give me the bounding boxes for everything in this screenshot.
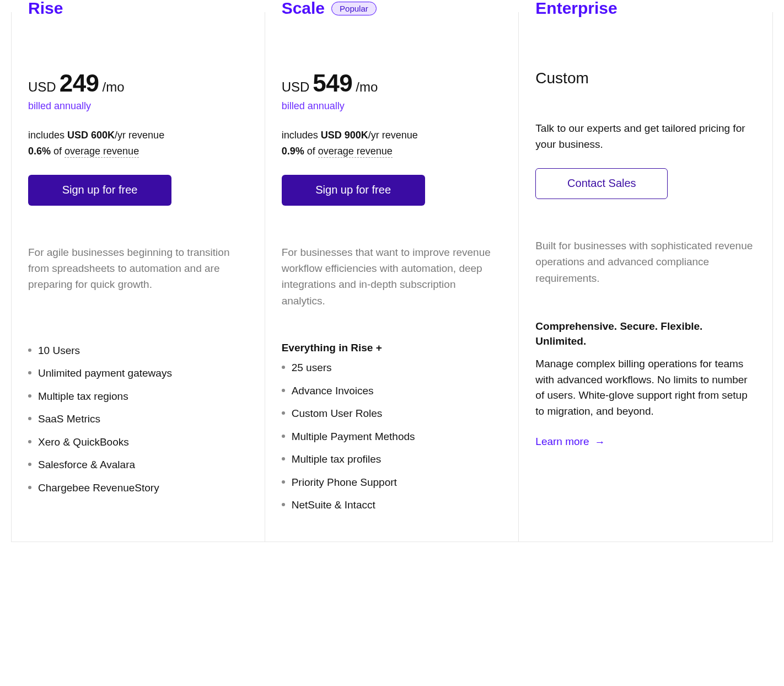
signup-button[interactable]: Sign up for free: [28, 175, 171, 206]
contact-sales-button[interactable]: Contact Sales: [535, 168, 668, 199]
overage-of: of: [51, 146, 65, 157]
feature-text: Custom User Roles: [292, 405, 383, 421]
feature-item: Custom User Roles: [282, 405, 502, 421]
billing-note: billed annually: [282, 100, 502, 112]
plan-name: Enterprise: [535, 0, 617, 17]
price-amount: 249: [60, 69, 99, 97]
plan-card-scale: Scale Popular USD 549 /mo billed annuall…: [265, 12, 519, 542]
includes-amount: USD 900K: [321, 130, 368, 141]
feature-item: SaaS Metrics: [28, 411, 248, 427]
enterprise-body: Manage complex billing operations for te…: [535, 356, 756, 419]
feature-item: Multiple Payment Methods: [282, 428, 502, 444]
price-line: USD 549 /mo: [282, 69, 502, 97]
includes-suffix: /yr revenue: [115, 130, 164, 141]
popular-badge: Popular: [331, 2, 377, 15]
includes-amount: USD 600K: [67, 130, 115, 141]
overage-percent: 0.6%: [28, 146, 51, 157]
bullet-icon: [28, 463, 31, 466]
bullet-icon: [282, 503, 285, 506]
enterprise-headline: Comprehensive. Secure. Flexible. Unlimit…: [535, 319, 756, 349]
bullet-icon: [28, 486, 31, 489]
price-block: Custom: [535, 69, 756, 87]
bullet-icon: [28, 440, 31, 443]
bullet-icon: [28, 394, 31, 398]
feature-text: Multiple tax regions: [38, 388, 128, 404]
bullet-icon: [282, 389, 285, 392]
includes-prefix: includes: [28, 130, 67, 141]
plan-name: Rise: [28, 0, 63, 17]
overage-label[interactable]: overage revenue: [65, 146, 139, 158]
feature-item: Chargebee RevenueStory: [28, 480, 248, 496]
feature-text: Multiple Payment Methods: [292, 428, 415, 444]
overage-percent: 0.9%: [282, 146, 304, 157]
plan-header: Rise: [28, 0, 68, 17]
feature-item: Advance Invoices: [282, 383, 502, 399]
plan-description: For businesses that want to improve reve…: [282, 244, 502, 309]
enterprise-block: Comprehensive. Secure. Flexible. Unlimit…: [535, 319, 756, 448]
feature-item: Salesforce & Avalara: [28, 457, 248, 473]
learn-more-link[interactable]: Learn more →: [535, 436, 605, 448]
feature-item: NetSuite & Intacct: [282, 497, 502, 513]
includes-block: includes USD 900K/yr revenue 0.9% of ove…: [282, 127, 502, 159]
price-period: /mo: [356, 79, 378, 95]
bullet-icon: [28, 349, 31, 352]
includes-block: includes USD 600K/yr revenue 0.6% of ove…: [28, 127, 248, 159]
bullet-icon: [282, 411, 285, 415]
custom-price: Custom: [535, 69, 756, 87]
features-list: 10 Users Unlimited payment gateways Mult…: [28, 342, 248, 496]
plan-description: For agile businesses beginning to transi…: [28, 244, 248, 293]
feature-item: 25 users: [282, 360, 502, 376]
feature-text: 10 Users: [38, 342, 80, 358]
bullet-icon: [282, 435, 285, 438]
pricing-grid: Rise USD 249 /mo billed annually include…: [0, 0, 784, 542]
includes-suffix: /yr revenue: [368, 130, 418, 141]
arrow-right-icon: →: [595, 437, 605, 447]
plan-name: Scale: [282, 0, 325, 17]
billing-note: billed annually: [28, 100, 248, 112]
enterprise-tagline: Talk to our experts and get tailored pri…: [535, 120, 756, 153]
feature-text: NetSuite & Intacct: [292, 497, 375, 513]
plan-card-rise: Rise USD 249 /mo billed annually include…: [11, 12, 265, 542]
cta-row: Contact Sales: [535, 168, 756, 199]
bullet-icon: [282, 457, 285, 460]
learn-more-text: Learn more: [535, 436, 589, 448]
cta-row: Sign up for free: [282, 175, 502, 206]
plan-header: Enterprise: [535, 0, 622, 17]
feature-text: Xero & QuickBooks: [38, 434, 129, 450]
bullet-icon: [28, 371, 31, 374]
overage-label[interactable]: overage revenue: [318, 146, 393, 158]
price-line: USD 249 /mo: [28, 69, 248, 97]
plan-header: Scale Popular: [282, 0, 382, 17]
features-heading: Everything in Rise +: [282, 342, 502, 354]
bullet-icon: [28, 417, 31, 420]
feature-item: 10 Users: [28, 342, 248, 358]
plan-description: Built for businesses with sophisticated …: [535, 238, 756, 286]
feature-item: Xero & QuickBooks: [28, 434, 248, 450]
feature-text: Chargebee RevenueStory: [38, 480, 159, 496]
price-amount: 549: [313, 69, 352, 97]
price-block: USD 549 /mo billed annually: [282, 69, 502, 112]
price-currency: USD: [282, 79, 310, 95]
feature-item: Multiple tax profiles: [282, 451, 502, 467]
bullet-icon: [282, 366, 285, 369]
price-period: /mo: [103, 79, 125, 95]
bullet-icon: [282, 480, 285, 484]
feature-text: SaaS Metrics: [38, 411, 100, 427]
feature-item: Priority Phone Support: [282, 474, 502, 490]
price-currency: USD: [28, 79, 56, 95]
includes-prefix: includes: [282, 130, 321, 141]
feature-text: 25 users: [292, 360, 332, 376]
feature-item: Multiple tax regions: [28, 388, 248, 404]
plan-card-enterprise: Enterprise Custom Talk to our experts an…: [519, 12, 773, 542]
cta-row: Sign up for free: [28, 175, 248, 206]
feature-text: Priority Phone Support: [292, 474, 397, 490]
overage-of: of: [304, 146, 318, 157]
signup-button[interactable]: Sign up for free: [282, 175, 425, 206]
feature-text: Salesforce & Avalara: [38, 457, 135, 473]
feature-item: Unlimited payment gateways: [28, 365, 248, 381]
price-block: USD 249 /mo billed annually: [28, 69, 248, 112]
feature-text: Unlimited payment gateways: [38, 365, 172, 381]
features-list: 25 users Advance Invoices Custom User Ro…: [282, 360, 502, 513]
feature-text: Multiple tax profiles: [292, 451, 382, 467]
feature-text: Advance Invoices: [292, 383, 374, 399]
